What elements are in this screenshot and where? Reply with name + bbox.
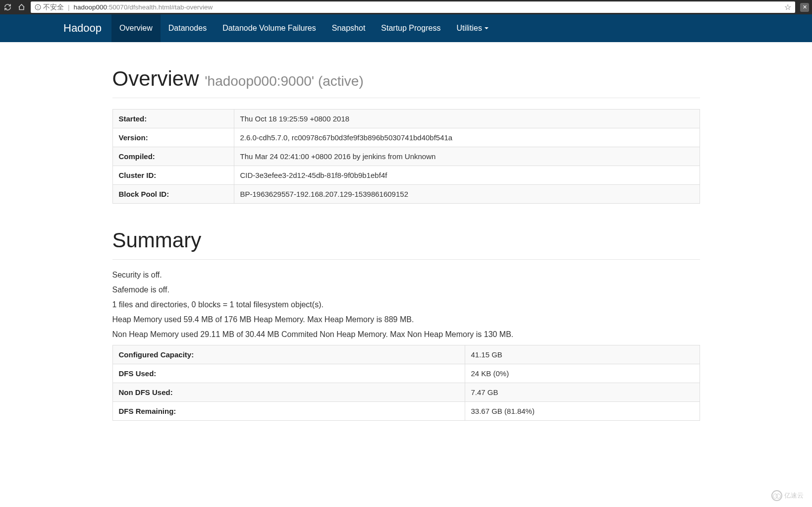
tab-utilities-label: Utilities <box>456 24 482 33</box>
row-label: DFS Used: <box>112 364 465 383</box>
overview-heading: Overview <box>112 67 199 90</box>
url-text: hadoop000:50070/dfshealth.html#tab-overv… <box>74 3 213 11</box>
tab-datanodes[interactable]: Datanodes <box>161 14 215 42</box>
table-row: Configured Capacity: 41.15 GB <box>112 345 700 364</box>
row-label: Started: <box>112 110 234 128</box>
extension-close-icon[interactable]: ✕ <box>800 3 809 12</box>
row-value: 24 KB (0%) <box>465 364 700 383</box>
row-value: 2.6.0-cdh5.7.0, rc00978c67b0d3fe9f3b896b… <box>234 128 700 147</box>
row-label: DFS Remaining: <box>112 402 465 421</box>
browser-toolbar: 不安全 | hadoop000:50070/dfshealth.html#tab… <box>0 0 812 14</box>
table-row: Compiled: Thu Mar 24 02:41:00 +0800 2016… <box>112 147 700 166</box>
address-bar[interactable]: 不安全 | hadoop000:50070/dfshealth.html#tab… <box>31 1 795 13</box>
table-row: Non DFS Used: 7.47 GB <box>112 383 700 402</box>
row-value: 7.47 GB <box>465 383 700 402</box>
table-row: DFS Remaining: 33.67 GB (81.84%) <box>112 402 700 421</box>
summary-line: Heap Memory used 59.4 MB of 176 MB Heap … <box>112 315 700 324</box>
table-row: DFS Used: 24 KB (0%) <box>112 364 700 383</box>
row-label: Version: <box>112 128 234 147</box>
summary-line: Security is off. <box>112 271 700 280</box>
summary-line: 1 files and directories, 0 blocks = 1 to… <box>112 300 700 309</box>
summary-line: Safemode is off. <box>112 285 700 294</box>
row-label: Configured Capacity: <box>112 345 465 364</box>
summary-line: Non Heap Memory used 29.11 MB of 30.44 M… <box>112 330 700 339</box>
bookmark-star-icon[interactable]: ☆ <box>784 2 791 12</box>
url-host: hadoop000 <box>74 3 108 11</box>
reload-icon[interactable] <box>3 3 12 12</box>
row-value: 41.15 GB <box>465 345 700 364</box>
tab-datanode-volume-failures[interactable]: Datanode Volume Failures <box>215 14 324 42</box>
row-value: Thu Mar 24 02:41:00 +0800 2016 by jenkin… <box>234 147 700 166</box>
table-row: Started: Thu Oct 18 19:25:59 +0800 2018 <box>112 110 700 128</box>
home-icon[interactable] <box>17 3 26 12</box>
brand-logo[interactable]: Hadoop <box>63 14 111 42</box>
chevron-down-icon <box>485 27 488 29</box>
row-label: Compiled: <box>112 147 234 166</box>
main-content: Overview 'hadoop000:9000' (active) Start… <box>107 67 706 421</box>
insecure-label: 不安全 <box>43 3 64 12</box>
summary-heading: Summary <box>112 228 700 260</box>
svg-point-2 <box>38 8 38 8</box>
tab-overview[interactable]: Overview <box>111 14 161 42</box>
url-separator: | <box>68 3 70 11</box>
main-nav: Hadoop Overview Datanodes Datanode Volum… <box>0 14 812 42</box>
url-path: :50070/dfshealth.html#tab-overview <box>107 3 213 11</box>
tab-snapshot[interactable]: Snapshot <box>324 14 374 42</box>
table-row: Cluster ID: CID-3e3efee3-2d12-45db-81f8-… <box>112 166 700 185</box>
security-status: 不安全 <box>35 3 64 12</box>
row-value: 33.67 GB (81.84%) <box>465 402 700 421</box>
overview-table: Started: Thu Oct 18 19:25:59 +0800 2018 … <box>112 109 700 204</box>
table-row: Block Pool ID: BP-1963629557-192.168.207… <box>112 185 700 204</box>
row-value: Thu Oct 18 19:25:59 +0800 2018 <box>234 110 700 128</box>
table-row: Version: 2.6.0-cdh5.7.0, rc00978c67b0d3f… <box>112 128 700 147</box>
row-value: CID-3e3efee3-2d12-45db-81f8-9f0b9b1ebf4f <box>234 166 700 185</box>
row-value: BP-1963629557-192.168.207.129-1539861609… <box>234 185 700 204</box>
tab-utilities[interactable]: Utilities <box>448 14 496 42</box>
row-label: Non DFS Used: <box>112 383 465 402</box>
summary-table: Configured Capacity: 41.15 GB DFS Used: … <box>112 345 700 421</box>
tab-startup-progress[interactable]: Startup Progress <box>373 14 448 42</box>
overview-subtitle: 'hadoop000:9000' (active) <box>205 73 363 89</box>
page-title: Overview 'hadoop000:9000' (active) <box>112 67 700 98</box>
row-label: Cluster ID: <box>112 166 234 185</box>
row-label: Block Pool ID: <box>112 185 234 204</box>
